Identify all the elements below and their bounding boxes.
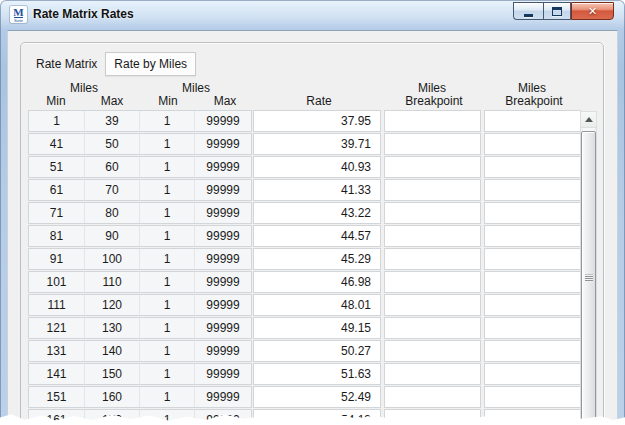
cell-miles-min: 51 [29, 157, 84, 177]
cell-miles-breakpoint-2[interactable] [484, 133, 581, 155]
cell-rate[interactable]: 40.93 [253, 156, 381, 178]
cell-miles-breakpoint-1[interactable] [384, 110, 481, 132]
cell-miles-max: 120 [84, 295, 139, 315]
cell-rate[interactable]: 48.01 [253, 294, 381, 316]
cell-miles-min: 71 [29, 203, 84, 223]
miles-range-group: 121 130 1 99999 [28, 317, 252, 339]
cell-rate[interactable]: 37.95 [253, 110, 381, 132]
cell-miles-breakpoint-2[interactable] [484, 179, 581, 201]
cell-miles-breakpoint-2[interactable] [484, 294, 581, 316]
table-row: 91 100 1 99999 45.29 [28, 248, 603, 270]
cell-miles-breakpoint-1[interactable] [384, 317, 481, 339]
cell-miles2-min: 1 [139, 295, 194, 315]
cell-miles-min: 91 [29, 249, 84, 269]
cell-miles-breakpoint-2[interactable] [484, 110, 581, 132]
cell-miles2-min: 1 [139, 387, 194, 407]
cell-miles-max: 150 [84, 364, 139, 384]
miles-range-group: 51 60 1 99999 [28, 156, 252, 178]
table-row: 131 140 1 99999 50.27 [28, 340, 603, 362]
cell-miles-min: 61 [29, 180, 84, 200]
header-miles-group-1: Miles [28, 82, 140, 95]
cell-rate[interactable]: 41.33 [253, 179, 381, 201]
cell-miles-max: 110 [84, 272, 139, 292]
cell-rate[interactable]: 50.27 [253, 340, 381, 362]
miles-range-group: 91 100 1 99999 [28, 248, 252, 270]
cell-miles-breakpoint-2[interactable] [484, 271, 581, 293]
cell-rate[interactable]: 43.22 [253, 202, 381, 224]
tab-rate-matrix[interactable]: Rate Matrix [28, 53, 105, 75]
minimize-button[interactable] [513, 2, 543, 20]
header-max-2: Max [196, 95, 254, 108]
cell-rate[interactable]: 52.49 [253, 386, 381, 408]
miles-range-group: 151 160 1 99999 [28, 386, 252, 408]
tab-rate-by-miles[interactable]: Rate by Miles [105, 52, 196, 76]
cell-miles2-min: 1 [139, 318, 194, 338]
table-row: 41 50 1 99999 39.71 [28, 133, 603, 155]
cell-miles-max: 160 [84, 387, 139, 407]
scrollbar-thumb[interactable] [581, 131, 596, 425]
window: M Suite Rate Matrix Rates ✕ Rate Matrix … [0, 0, 625, 425]
cell-miles-breakpoint-2[interactable] [484, 386, 581, 408]
cell-miles2-min: 1 [139, 180, 194, 200]
header-breakpoint-2: Breakpoint [484, 95, 584, 108]
table-row: 101 110 1 99999 46.98 [28, 271, 603, 293]
cell-miles-breakpoint-1[interactable] [384, 248, 481, 270]
scroll-up-button[interactable] [580, 111, 597, 128]
cell-miles-max: 140 [84, 341, 139, 361]
cell-miles-breakpoint-2[interactable] [484, 340, 581, 362]
header-min-2: Min [140, 95, 196, 108]
cell-miles2-min: 1 [139, 249, 194, 269]
minimize-icon [524, 14, 533, 17]
miles-range-group: 1 39 1 99999 [28, 110, 252, 132]
cell-miles-min: 1 [29, 111, 84, 131]
cell-miles-breakpoint-1[interactable] [384, 133, 481, 155]
cell-miles2-min: 1 [139, 203, 194, 223]
maximize-button[interactable] [543, 2, 571, 20]
window-title: Rate Matrix Rates [33, 7, 134, 21]
cell-miles-breakpoint-1[interactable] [384, 271, 481, 293]
cell-miles2-max: 99999 [194, 180, 251, 200]
cell-miles-breakpoint-1[interactable] [384, 156, 481, 178]
header-max-1: Max [84, 95, 140, 108]
cell-miles-breakpoint-2[interactable] [484, 248, 581, 270]
cell-miles-breakpoint-2[interactable] [484, 317, 581, 339]
cell-miles-min: 41 [29, 134, 84, 154]
cell-miles-breakpoint-1[interactable] [384, 294, 481, 316]
cell-miles2-min: 1 [139, 157, 194, 177]
cell-rate[interactable]: 46.98 [253, 271, 381, 293]
cell-miles-breakpoint-2[interactable] [484, 156, 581, 178]
cell-miles-breakpoint-1[interactable] [384, 179, 481, 201]
cell-miles2-max: 99999 [194, 318, 251, 338]
table-row: 151 160 1 99999 52.49 [28, 386, 603, 408]
cell-miles-max: 130 [84, 318, 139, 338]
miles-range-group: 141 150 1 99999 [28, 363, 252, 385]
cell-miles-breakpoint-1[interactable] [384, 225, 481, 247]
cell-miles-breakpoint-1[interactable] [384, 386, 481, 408]
cell-rate[interactable]: 44.57 [253, 225, 381, 247]
miles-range-group: 111 120 1 99999 [28, 294, 252, 316]
cell-miles2-max: 99999 [194, 341, 251, 361]
vertical-scrollbar[interactable] [580, 111, 597, 425]
cell-rate[interactable]: 45.29 [253, 248, 381, 270]
cell-rate[interactable]: 39.71 [253, 133, 381, 155]
cell-miles-breakpoint-1[interactable] [384, 363, 481, 385]
cell-miles2-max: 99999 [194, 157, 251, 177]
header-breakpoint-1: Breakpoint [384, 95, 484, 108]
cell-miles-breakpoint-2[interactable] [484, 202, 581, 224]
title-bar[interactable]: M Suite Rate Matrix Rates ✕ [0, 0, 625, 30]
maximize-icon [552, 7, 562, 16]
cell-rate[interactable]: 49.15 [253, 317, 381, 339]
cell-miles-breakpoint-1[interactable] [384, 340, 481, 362]
cell-miles2-max: 99999 [194, 203, 251, 223]
cell-miles-max: 50 [84, 134, 139, 154]
table-row: 121 130 1 99999 49.15 [28, 317, 603, 339]
cell-miles-breakpoint-2[interactable] [484, 363, 581, 385]
header-rate: Rate [254, 95, 384, 108]
cell-rate[interactable]: 51.63 [253, 363, 381, 385]
table-row: 71 80 1 99999 43.22 [28, 202, 603, 224]
cell-miles-breakpoint-2[interactable] [484, 225, 581, 247]
cell-miles-breakpoint-1[interactable] [384, 202, 481, 224]
scrollbar-grip-icon [585, 275, 593, 282]
close-button[interactable]: ✕ [571, 2, 614, 20]
tab-bar: Rate Matrix Rate by Miles [28, 52, 603, 76]
